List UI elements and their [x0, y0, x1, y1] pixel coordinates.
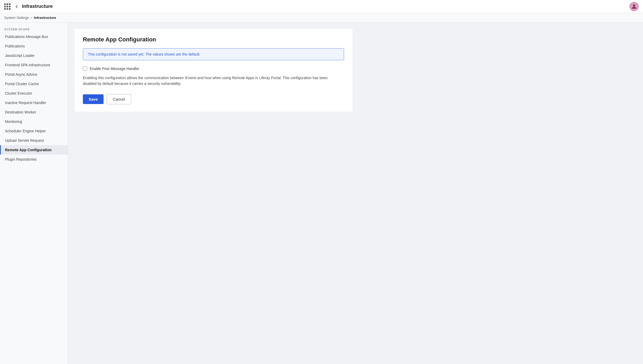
svg-point-0: [633, 4, 635, 7]
sidebar-item-cluster-executor[interactable]: Cluster Executor: [0, 89, 68, 98]
breadcrumb-current: Infrastructure: [34, 16, 56, 20]
enable-post-message-handler-label[interactable]: Enable Post Message Handler: [90, 67, 139, 71]
page-title: Remote App Configuration: [83, 36, 344, 43]
sidebar-item-scheduler-engine-helper[interactable]: Scheduler Engine Helper: [0, 126, 68, 136]
breadcrumb: System Settings > Infrastructure: [0, 13, 643, 23]
info-banner: This configuration is not saved yet. The…: [83, 48, 344, 60]
enable-post-message-handler-row: Enable Post Message Handler: [83, 67, 344, 71]
content-area: Remote App Configuration This configurat…: [68, 23, 643, 364]
sidebar-item-inactive-request-handler[interactable]: Inactive Request Handler: [0, 98, 68, 107]
sidebar-item-destination-worker[interactable]: Destination Worker: [0, 107, 68, 117]
sidebar-item-remote-app-configuration[interactable]: Remote App Configuration: [0, 145, 68, 155]
save-button[interactable]: Save: [83, 94, 104, 104]
top-header: Infrastructure: [0, 0, 643, 13]
sidebar-item-publications[interactable]: Publications: [0, 41, 68, 51]
actions-row: Save Cancel: [83, 94, 344, 104]
info-banner-text: This configuration is not saved yet. The…: [88, 52, 200, 56]
sidebar-item-upload-servlet-request[interactable]: Upload Servlet Request: [0, 136, 68, 145]
enable-post-message-handler-checkbox[interactable]: [83, 67, 87, 71]
grid-menu-icon[interactable]: [4, 3, 10, 10]
main-layout: SYSTEM SCOPE Publications Message Bus Pu…: [0, 23, 643, 364]
sidebar-section-label: SYSTEM SCOPE: [0, 26, 68, 32]
sidebar-item-monitoring[interactable]: Monitoring: [0, 117, 68, 126]
sidebar-item-javascript-loader[interactable]: JavaScript Loader: [0, 51, 68, 60]
cancel-button[interactable]: Cancel: [107, 94, 131, 104]
sidebar-item-portal-cluster-cache[interactable]: Portal Cluster Cache: [0, 79, 68, 89]
sidebar-item-plugin-repositories[interactable]: Plugin Repositories: [0, 155, 68, 164]
app-title: Infrastructure: [22, 4, 53, 9]
user-avatar[interactable]: [629, 2, 639, 11]
sidebar-item-publications-message-bus[interactable]: Publications Message Bus: [0, 32, 68, 41]
sidebar-item-frontend-spa-infrastructure[interactable]: Frontend SPA Infrastructure: [0, 60, 68, 70]
sidebar-item-portal-async-advice[interactable]: Portal Async Advice: [0, 70, 68, 79]
description-text: Enabling this configuration allows the c…: [83, 75, 335, 87]
back-icon[interactable]: [14, 3, 20, 10]
breadcrumb-separator: >: [30, 16, 33, 20]
sidebar: SYSTEM SCOPE Publications Message Bus Pu…: [0, 23, 68, 364]
content-card: Remote App Configuration This configurat…: [74, 29, 352, 112]
breadcrumb-parent[interactable]: System Settings: [4, 16, 29, 20]
